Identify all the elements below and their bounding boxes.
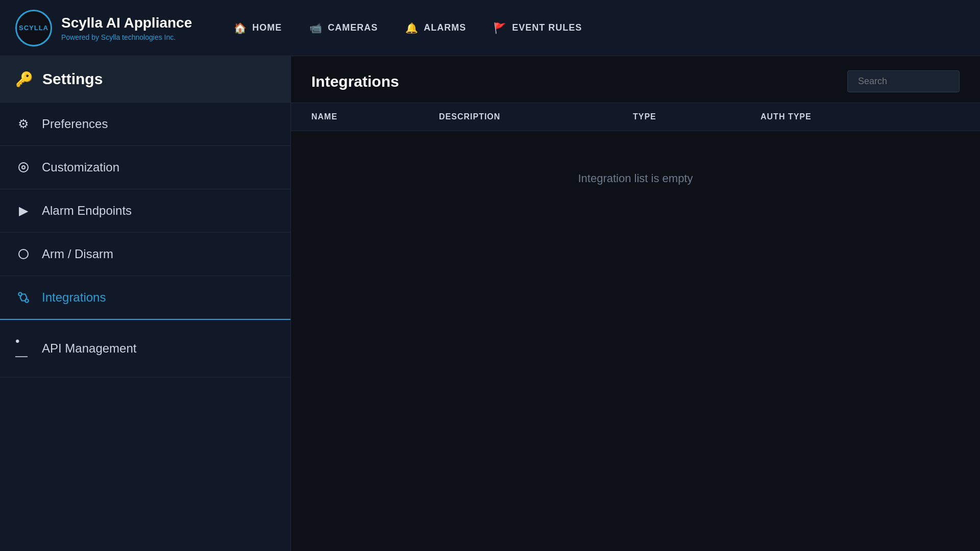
nav-label-event-rules: EVENT RULES	[512, 22, 582, 33]
app-title-group: Scylla AI Appliance Powered by Scylla te…	[61, 14, 192, 41]
header: SCYLLA Scylla AI Appliance Powered by Sc…	[0, 0, 980, 56]
sidebar-item-alarm-endpoints[interactable]: ▶ Alarm Endpoints	[0, 189, 290, 233]
sidebar-item-integrations[interactable]: Integrations	[0, 276, 290, 320]
svg-point-2	[19, 249, 28, 259]
logo-circle: SCYLLA	[15, 10, 52, 46]
table-header: NAME DESCRIPTION TYPE AUTH TYPE	[291, 103, 980, 131]
customization-icon	[15, 161, 32, 173]
sidebar-item-api-management[interactable]: •— API Management	[0, 320, 290, 378]
alarm-endpoints-icon: ▶	[15, 204, 32, 218]
sidebar-item-arm-disarm[interactable]: Arm / Disarm	[0, 233, 290, 276]
sidebar-label-customization: Customization	[42, 160, 119, 174]
page-title: Integrations	[311, 73, 399, 90]
sidebar-item-preferences[interactable]: ⚙ Preferences	[0, 103, 290, 146]
col-header-auth-type: AUTH TYPE	[761, 112, 960, 121]
nav-label-home: HOME	[252, 22, 282, 33]
main-layout: 🔑 Settings ⚙ Preferences Customization ▶…	[0, 56, 980, 551]
sidebar-label-integrations: Integrations	[42, 290, 106, 305]
home-icon: 🏠	[234, 22, 247, 34]
nav-label-cameras: CAMERAS	[328, 22, 378, 33]
content-area: Integrations NAME DESCRIPTION TYPE AUTH …	[291, 56, 980, 551]
nav-label-alarms: ALARMS	[424, 22, 466, 33]
svg-point-0	[19, 163, 28, 172]
app-subtitle: Powered by Scylla technologies Inc.	[61, 33, 192, 41]
nav-item-alarms[interactable]: 🔔 ALARMS	[394, 16, 477, 40]
sidebar-label-alarm-endpoints: Alarm Endpoints	[42, 204, 132, 218]
sidebar-item-customization[interactable]: Customization	[0, 146, 290, 189]
col-header-type: TYPE	[633, 112, 761, 121]
settings-icon: 🔑	[15, 71, 33, 88]
api-management-icon: •—	[15, 334, 32, 363]
sidebar: 🔑 Settings ⚙ Preferences Customization ▶…	[0, 56, 291, 551]
sidebar-title: Settings	[42, 70, 103, 88]
preferences-icon: ⚙	[15, 117, 32, 131]
cameras-icon: 📹	[309, 22, 323, 34]
sidebar-label-preferences: Preferences	[42, 117, 108, 131]
app-title: Scylla AI Appliance	[61, 14, 192, 32]
logo-text: SCYLLA	[19, 24, 48, 32]
sidebar-header: 🔑 Settings	[0, 56, 290, 103]
integrations-icon	[15, 291, 32, 304]
nav-item-home[interactable]: 🏠 HOME	[223, 16, 293, 40]
arm-disarm-icon	[15, 248, 32, 260]
svg-point-1	[22, 166, 25, 169]
main-nav: 🏠 HOME 📹 CAMERAS 🔔 ALARMS 🚩 EVENT RULES	[223, 16, 965, 40]
empty-text: Integration list is empty	[578, 172, 693, 185]
logo-area: SCYLLA Scylla AI Appliance Powered by Sc…	[15, 10, 192, 46]
content-header: Integrations	[291, 56, 980, 103]
nav-item-cameras[interactable]: 📹 CAMERAS	[298, 16, 389, 40]
nav-item-event-rules[interactable]: 🚩 EVENT RULES	[482, 16, 593, 40]
alarms-icon: 🔔	[405, 22, 419, 34]
col-header-name: NAME	[311, 112, 439, 121]
sidebar-label-api-management: API Management	[42, 341, 136, 356]
event-rules-icon: 🚩	[494, 22, 507, 34]
search-input[interactable]	[847, 70, 960, 92]
sidebar-label-arm-disarm: Arm / Disarm	[42, 247, 113, 261]
col-header-description: DESCRIPTION	[439, 112, 633, 121]
empty-state-message: Integration list is empty	[291, 131, 980, 226]
